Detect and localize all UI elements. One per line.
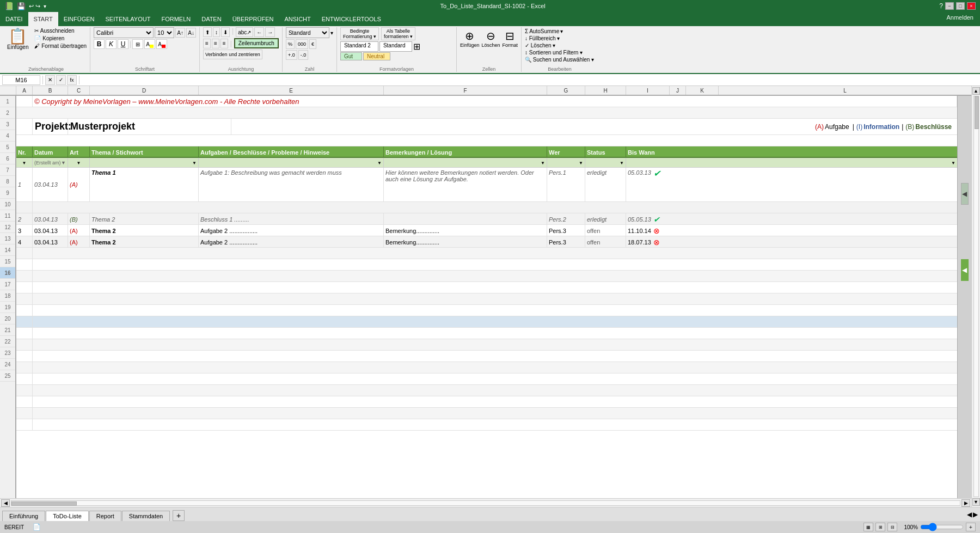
- align-left-btn[interactable]: ≡: [203, 39, 211, 48]
- cell-datum-1[interactable]: 03.04.13: [33, 168, 68, 201]
- zoom-slider[interactable]: [920, 524, 964, 530]
- col-header-h[interactable]: H: [585, 86, 626, 95]
- thousands-btn[interactable]: 000: [296, 39, 308, 49]
- scroll-up-btn[interactable]: ▲: [972, 87, 980, 95]
- cell-a-20[interactable]: [16, 362, 33, 373]
- cell-aufgaben-3[interactable]: Aufgabe 2 .................: [199, 225, 384, 236]
- rownum-3[interactable]: 3: [0, 119, 15, 130]
- cell-a-22[interactable]: [16, 385, 33, 396]
- scroll-thumb-h[interactable]: [11, 501, 77, 506]
- normal-view-btn[interactable]: ▦: [863, 523, 873, 531]
- header-bis-wann[interactable]: Bis Wann: [626, 146, 957, 158]
- sheet-scroll-right-btn[interactable]: ▶: [973, 511, 978, 518]
- cell-bemerkungen-4[interactable]: Bemerkung..............: [384, 236, 547, 248]
- decimal-decrease-btn[interactable]: -.0: [298, 50, 309, 60]
- cell-project-name[interactable]: Musterprojekt: [68, 119, 231, 135]
- header-wer[interactable]: Wer: [547, 146, 585, 158]
- tab-todo-liste[interactable]: ToDo-Liste: [46, 511, 89, 521]
- kopieren-btn[interactable]: 📄 Kopieren: [33, 35, 88, 42]
- cell-nr-1[interactable]: 1: [16, 168, 33, 201]
- header-nr[interactable]: Nr.: [16, 146, 33, 158]
- header-thema[interactable]: Thema / Stichwort: [90, 146, 199, 158]
- scroll-track-v[interactable]: [973, 96, 979, 497]
- header-datum[interactable]: Datum: [33, 146, 68, 158]
- col-header-g[interactable]: G: [547, 86, 585, 95]
- cell-a-13[interactable]: [16, 282, 33, 293]
- confirm-formula-btn[interactable]: ✓: [56, 75, 66, 85]
- collapse-handle-bottom[interactable]: ◀: [961, 259, 969, 281]
- number-format-select[interactable]: Standard: [286, 27, 329, 38]
- cell-a-21[interactable]: [16, 373, 33, 385]
- cell-copyright[interactable]: © Copyright by MeineVorlagen – www.Meine…: [33, 96, 957, 107]
- cell-rest-23[interactable]: [33, 396, 957, 408]
- header-bemerkungen[interactable]: Bemerkungen / Lösung: [384, 146, 547, 158]
- cell-row4-empty[interactable]: [16, 135, 957, 146]
- font-increase-btn[interactable]: A↑: [175, 28, 185, 38]
- tab-einfuegen[interactable]: EINFÜGEN: [58, 12, 100, 26]
- rownum-9[interactable]: 9: [0, 187, 15, 199]
- zeilenumbruch-btn[interactable]: Zeilenumbruch: [234, 38, 279, 48]
- rownum-4[interactable]: 4: [0, 130, 15, 142]
- rownum-10[interactable]: 10: [0, 199, 15, 210]
- indent-decrease-btn[interactable]: ←: [254, 27, 264, 37]
- indent-increase-btn[interactable]: →: [265, 27, 275, 37]
- cell-a-14[interactable]: [16, 293, 33, 305]
- cell-rest-17[interactable]: [33, 328, 957, 339]
- col-header-d[interactable]: D: [90, 86, 199, 95]
- cell-thema-2[interactable]: Thema 2: [90, 213, 199, 225]
- cell-bis-wann-2[interactable]: 05.05.13 ✔: [626, 213, 957, 225]
- tab-report[interactable]: Report: [89, 511, 121, 521]
- zellen-format-btn[interactable]: ⊟ Format: [502, 29, 518, 48]
- cell-rest-15[interactable]: [33, 305, 957, 316]
- minimize-btn[interactable]: −: [945, 2, 954, 10]
- verbinden-btn[interactable]: Verbinden und zentrieren: [203, 50, 262, 59]
- rownum-25[interactable]: 25: [0, 370, 15, 382]
- decimal-increase-btn[interactable]: +.0: [286, 50, 297, 60]
- einfuegen-btn[interactable]: 📋 Einfügen: [4, 27, 31, 52]
- suchen-btn[interactable]: 🔍 Suchen und Auswählen ▾: [525, 57, 595, 63]
- zellen-einfuegen-btn[interactable]: ⊕ Einfügen: [460, 29, 480, 48]
- col-header-f[interactable]: F: [384, 86, 547, 95]
- cell-a-11[interactable]: [16, 259, 33, 271]
- cell-a3[interactable]: [16, 119, 33, 135]
- cell-art-1[interactable]: (A): [68, 168, 90, 201]
- cell-a-12[interactable]: [16, 271, 33, 282]
- cell-aufgaben-2[interactable]: Beschluss 1 .........: [199, 213, 384, 225]
- cell-row6-rest[interactable]: [33, 202, 957, 213]
- bold-btn[interactable]: B: [94, 39, 105, 49]
- rownum-8[interactable]: 8: [0, 176, 15, 187]
- autosumme-btn[interactable]: Σ AutoSumme ▾: [525, 28, 595, 34]
- col-header-j[interactable]: J: [670, 86, 686, 95]
- cell-bis-wann-4[interactable]: 18.07.13 ⊗: [626, 236, 957, 248]
- cell-bis-wann-3[interactable]: 11.10.14 ⊗: [626, 225, 957, 236]
- cell-aufgaben-4[interactable]: Aufgabe 2 .................: [199, 236, 384, 248]
- cell-art-4[interactable]: (A): [68, 236, 90, 248]
- cell-rest-16[interactable]: [33, 316, 957, 328]
- align-mid-btn[interactable]: ↕: [213, 27, 220, 37]
- sheet-scroll-left-btn[interactable]: ◀: [967, 511, 972, 518]
- rownum-11[interactable]: 11: [0, 210, 15, 222]
- filter-wer[interactable]: ▼: [547, 158, 585, 168]
- cell-row2-empty[interactable]: [16, 107, 957, 119]
- cell-bemerkungen-1[interactable]: Hier können weitere Bemerkungen notiert …: [384, 168, 547, 201]
- font-size-select[interactable]: 10: [155, 27, 174, 38]
- zoom-in-btn[interactable]: +: [966, 523, 976, 531]
- tab-ueberpruefen[interactable]: ÜBERPRÜFEN: [227, 12, 279, 26]
- cell-datum-2[interactable]: 03.04.13: [33, 213, 68, 225]
- scroll-left-btn[interactable]: ◀: [1, 499, 10, 507]
- cell-art-3[interactable]: (A): [68, 225, 90, 236]
- cell-rest-20[interactable]: [33, 362, 957, 373]
- rownum-21[interactable]: 21: [0, 324, 15, 336]
- tab-daten[interactable]: DATEN: [196, 12, 226, 26]
- border-btn[interactable]: ⊞: [132, 39, 143, 49]
- align-center-btn[interactable]: ≡: [212, 39, 219, 48]
- cell-a-19[interactable]: [16, 351, 33, 362]
- rownum-19[interactable]: 19: [0, 302, 15, 313]
- col-header-a[interactable]: A: [16, 86, 33, 95]
- cell-status-2[interactable]: erledigt: [585, 213, 626, 225]
- tab-datei[interactable]: DATEI: [0, 12, 28, 26]
- cell-a-15[interactable]: [16, 305, 33, 316]
- sortieren-btn[interactable]: ↕ Sortieren und Filtern ▾: [525, 50, 595, 56]
- rownum-14[interactable]: 14: [0, 244, 15, 256]
- filter-status[interactable]: ▼: [585, 158, 626, 168]
